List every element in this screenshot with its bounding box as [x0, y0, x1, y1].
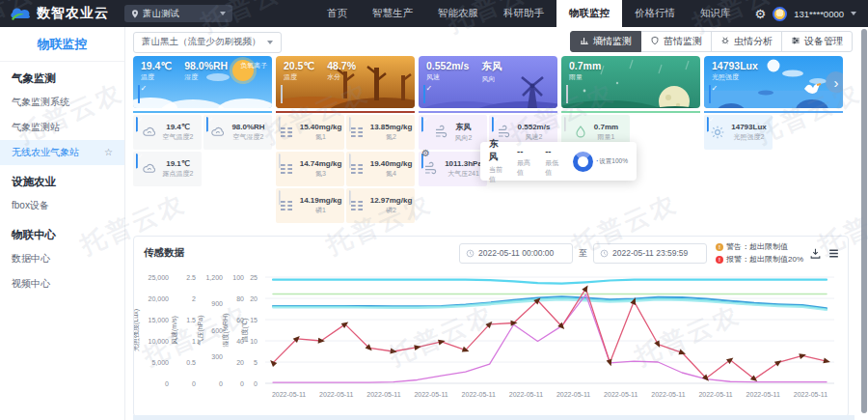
card-metrics: 14793Lux光照强度: [712, 60, 758, 82]
tile-text: 东风风向2: [455, 122, 473, 143]
toolbar-button-苗情监测[interactable]: 苗情监测: [640, 31, 712, 52]
card-metrics: 20.5℃温度48.7%水分: [284, 60, 356, 82]
tile-checkbox[interactable]: [349, 190, 351, 205]
tile-value: 15.40mg/kg: [300, 123, 342, 131]
nav-item-价格行情[interactable]: 价格行情: [622, 0, 688, 27]
card-metric-value: 14793Lux: [712, 60, 758, 71]
weather-card-autumn: 20.5℃温度48.7%水分: [276, 56, 415, 108]
tile-checkbox-wrap: [421, 118, 423, 131]
loading-spinner-icon: [573, 152, 593, 172]
tile-checkbox[interactable]: [279, 154, 281, 168]
tile-checkbox[interactable]: [349, 117, 351, 131]
device-selector-value: 萧山黑土（流量少勿刷视频）: [142, 36, 261, 48]
card-checkbox[interactable]: [423, 85, 425, 103]
date-from-input[interactable]: 2022-05-11 00:00:00: [459, 243, 573, 264]
weather-card-sky: 19.4℃温度98.0%RH湿度负氧离子: [133, 56, 272, 108]
sensor-tile-磷1[interactable]: 14.19mg/kg磷1: [276, 188, 344, 223]
tile-checkbox[interactable]: [421, 117, 423, 131]
tile-label: 氮2: [370, 132, 413, 142]
star-icon[interactable]: ☆: [104, 148, 113, 157]
tile-text: 12.97mg/kg磷2: [370, 196, 413, 215]
tooltip-current-label: 当前值: [489, 165, 506, 184]
toolbar-button-设备管理[interactable]: 设备管理: [781, 31, 853, 52]
sensor-data-panel: 传感数据 2022-05-11 00:00:00 至 2022-05-11 23…: [133, 236, 849, 417]
tile-checkbox-wrap: [279, 191, 281, 205]
toolbar-button-墒情监测[interactable]: 墒情监测: [570, 31, 641, 52]
sensor-tile-氮2[interactable]: 13.85mg/kg氮2: [346, 115, 415, 150]
tile-checkbox[interactable]: [707, 117, 709, 131]
toolbar-button-虫情分析[interactable]: 虫情分析: [711, 31, 782, 52]
sensor-tile-光照强度2[interactable]: 14793Lux光照强度2: [704, 115, 773, 150]
sensor-tile-氮1[interactable]: 15.40mg/kg氮1: [276, 115, 344, 150]
tooltip-max: -- 最高值: [517, 146, 534, 178]
tooltip-min: -- 最低值: [545, 146, 562, 178]
tile-checkbox[interactable]: [349, 154, 351, 168]
sensor-tile-空气温度2[interactable]: 19.4℃空气温度2: [133, 115, 202, 150]
weather-card-column-4: 14793Lux光照强度›14793Lux光照强度2: [704, 56, 843, 223]
tile-label: 磷1: [300, 206, 342, 215]
card-checkbox[interactable]: [566, 85, 568, 103]
sensor-tile-露点温度2[interactable]: 19.1℃露点温度2: [133, 152, 202, 186]
card-metric-label: 风速: [426, 72, 469, 82]
nav-item-首页[interactable]: 首页: [314, 0, 360, 27]
card-metric: 20.5℃温度: [284, 60, 314, 82]
tile-checkbox[interactable]: [279, 117, 281, 131]
sensor-tile-磷2[interactable]: 12.97mg/kg磷2: [346, 188, 415, 223]
legend-item: !警告：超出限制值: [716, 241, 803, 252]
site-selector-dropdown[interactable]: 萧山测试: [124, 5, 232, 22]
avatar[interactable]: [773, 7, 787, 21]
nav-item-智能农服[interactable]: 智能农服: [425, 0, 491, 27]
tile-text: 19.4℃空气温度2: [163, 123, 194, 142]
svg-text:2022-05-11: 2022-05-11: [319, 391, 353, 398]
nav-item-智慧生产[interactable]: 智慧生产: [360, 0, 425, 27]
card-metrics: 19.4℃温度98.0%RH湿度负氧离子: [141, 60, 267, 82]
sensor-tile-氮4[interactable]: 19.40mg/kg氮4: [346, 152, 415, 186]
card-checkbox[interactable]: [138, 85, 140, 103]
tile-checkbox[interactable]: [136, 154, 138, 168]
tile-checkbox[interactable]: [136, 117, 138, 131]
soil-icon: [279, 198, 294, 213]
sidebar-item-fbox设备[interactable]: fbox设备: [0, 193, 124, 218]
svg-text:900: 900: [211, 300, 223, 307]
sidebar-item-气象监测站[interactable]: 气象监测站: [0, 115, 124, 140]
sidebar-item-无线农业气象站[interactable]: 无线农业气象站☆: [0, 140, 124, 165]
device-selector-dropdown[interactable]: 萧山黑土（流量少勿刷视频）: [133, 32, 282, 53]
download-button[interactable]: [809, 247, 822, 260]
svg-text:0: 0: [254, 380, 258, 387]
date-to-input[interactable]: 2022-05-11 23:59:59: [593, 243, 707, 264]
svg-text:10,000: 10,000: [149, 338, 170, 345]
tile-checkbox[interactable]: [206, 117, 208, 131]
weather-card-column-1: 20.5℃温度48.7%水分15.40mg/kg氮113.85mg/kg氮214…: [276, 56, 415, 223]
nav-item-物联监控[interactable]: 物联监控: [556, 0, 622, 27]
sidebar-item-视频中心[interactable]: 视频中心: [0, 271, 124, 296]
carousel-next-button[interactable]: ›: [826, 71, 843, 93]
sensor-tile-空气湿度2[interactable]: 98.0%RH空气湿度2: [203, 115, 272, 150]
tile-checkbox[interactable]: [564, 117, 566, 131]
tile-checkbox[interactable]: [492, 117, 494, 131]
list-view-button[interactable]: [827, 247, 840, 260]
tile-checkbox[interactable]: [279, 190, 281, 205]
alert-dot-icon: !: [716, 243, 723, 251]
sidebar-item-气象监测系统[interactable]: 气象监测系统: [0, 90, 124, 115]
card-metric-value: 0.7mm: [569, 60, 601, 71]
card-checkbox[interactable]: [709, 85, 711, 103]
svg-text:2022-05-11: 2022-05-11: [462, 391, 496, 398]
sidebar-item-数据中心[interactable]: 数据中心: [0, 246, 124, 271]
sensor-tile-氮3[interactable]: 14.74mg/kg氮3: [276, 152, 344, 186]
tooltip-max-value: --: [517, 146, 534, 156]
settings-gear-icon[interactable]: ⚙: [755, 8, 767, 20]
card-metric-label: 水分: [327, 72, 356, 82]
card-checkbox[interactable]: [281, 85, 283, 103]
nav-item-知识库[interactable]: 知识库: [688, 0, 744, 27]
tile-text: 15.40mg/kg氮1: [300, 123, 342, 142]
sensor-tile-风向2[interactable]: 东风风向2: [419, 115, 487, 150]
svg-text:5,000: 5,000: [151, 359, 169, 366]
user-menu-chevron-icon[interactable]: [851, 12, 856, 15]
tile-value: 19.4℃: [163, 123, 194, 131]
tooltip-progress: 设置100%: [573, 152, 628, 172]
vertical-scrollbar[interactable]: [861, 29, 867, 413]
tile-settings-gear-icon[interactable]: ⚙: [421, 149, 430, 158]
nav-item-科研助手[interactable]: 科研助手: [491, 0, 556, 27]
wind-icon: [434, 125, 449, 140]
tile-value: 14793Lux: [731, 123, 766, 131]
